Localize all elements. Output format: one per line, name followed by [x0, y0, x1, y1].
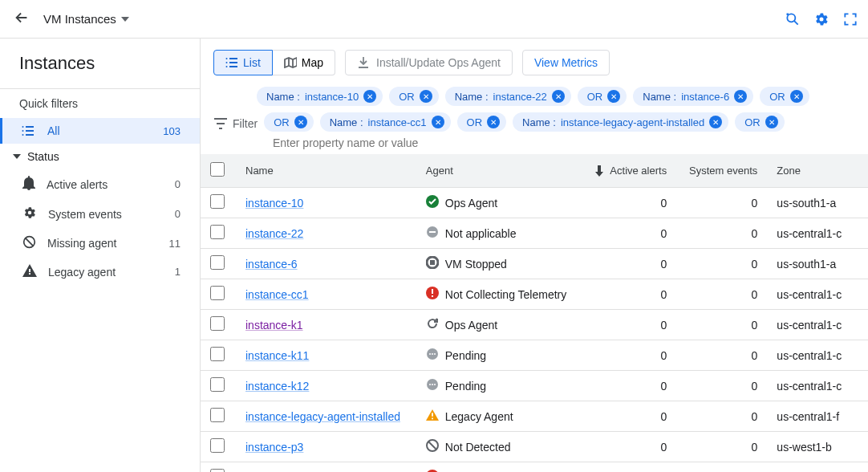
view-list-button[interactable]: List [213, 50, 273, 75]
svg-point-0 [787, 14, 795, 22]
agent-status-text: VM Stopped [445, 258, 507, 271]
select-all-checkbox[interactable] [210, 162, 225, 177]
filter-chip[interactable]: Name : instance-22✕ [445, 87, 571, 106]
row-checkbox[interactable] [210, 438, 225, 453]
active-alerts-cell: 0 [582, 310, 676, 340]
page-title-dropdown[interactable]: VM Instances [43, 12, 129, 26]
toolbar: List Map Install/Update Ops Agent View M… [201, 39, 868, 87]
filter-chip[interactable]: Name : instance-legacy-agent-installed✕ [513, 112, 728, 132]
sort-desc-icon [594, 165, 604, 177]
system-events-cell: 0 [676, 340, 767, 371]
no-entry-icon [22, 235, 36, 251]
instance-name-link[interactable]: instance-k11 [245, 349, 309, 362]
row-checkbox[interactable] [210, 225, 225, 239]
active-alerts-cell: 0 [582, 371, 676, 401]
sidebar-item-count: 0 [175, 178, 180, 190]
svg-point-21 [429, 384, 431, 385]
instance-name-link[interactable]: instance-legacy-agent-installed [245, 410, 400, 423]
row-checkbox[interactable] [210, 316, 225, 331]
table-row: instance-k1 Ops Agent 0 0 us-central1-c [201, 310, 868, 340]
agent-status-text: Pending [445, 349, 486, 362]
chevron-down-icon [13, 154, 21, 159]
view-map-button[interactable]: Map [273, 50, 335, 75]
instance-name-link[interactable]: instance-10 [245, 197, 303, 210]
map-icon [284, 57, 297, 68]
agent-status-text: Not Detected [445, 441, 511, 454]
instance-name-link[interactable]: instance-cc1 [245, 288, 309, 301]
view-metrics-button[interactable]: View Metrics [522, 50, 610, 75]
filter-chip[interactable]: OR✕ [264, 112, 314, 132]
filter-chip[interactable]: OR✕ [389, 87, 439, 106]
agent-status-icon [426, 317, 439, 332]
row-checkbox[interactable] [210, 377, 225, 392]
agent-status-text: Ops Agent [445, 197, 497, 210]
row-checkbox[interactable] [210, 194, 225, 209]
filter-chip[interactable]: OR✕ [735, 112, 785, 132]
filter-chip[interactable]: Name : instance-6✕ [633, 87, 753, 106]
remove-chip-icon[interactable]: ✕ [294, 116, 307, 128]
col-zone[interactable]: Zone [767, 154, 868, 188]
filter-chip[interactable]: OR✕ [578, 87, 627, 106]
warning-triangle-icon [22, 264, 37, 279]
system-events-cell: 0 [676, 310, 767, 340]
col-system-events[interactable]: System events [676, 154, 767, 188]
back-arrow-icon[interactable] [10, 6, 34, 32]
install-ops-agent-button[interactable]: Install/Update Ops Agent [345, 50, 513, 75]
row-checkbox[interactable] [210, 255, 225, 270]
sidebar-item-count: 1 [175, 266, 180, 278]
system-events-cell: 0 [676, 371, 767, 401]
svg-rect-14 [432, 289, 433, 294]
remove-chip-icon[interactable]: ✕ [734, 90, 747, 103]
fullscreen-icon[interactable] [842, 11, 858, 27]
svg-point-19 [434, 353, 436, 355]
remove-chip-icon[interactable]: ✕ [363, 90, 376, 103]
remove-chip-icon[interactable]: ✕ [552, 90, 565, 103]
remove-chip-icon[interactable]: ✕ [487, 116, 500, 128]
filter-icon [213, 118, 228, 129]
remove-chip-icon[interactable]: ✕ [709, 116, 722, 128]
instance-name-link[interactable]: instance-6 [245, 258, 298, 271]
remove-chip-icon[interactable]: ✕ [607, 90, 620, 103]
row-checkbox[interactable] [210, 286, 225, 300]
svg-point-17 [429, 353, 431, 355]
svg-rect-15 [432, 295, 433, 297]
download-icon [357, 56, 370, 69]
remove-chip-icon[interactable]: ✕ [432, 116, 444, 128]
zone-cell: us-central1-f [767, 401, 868, 432]
instance-name-link[interactable]: instance-22 [245, 227, 303, 240]
sidebar-item-system-events[interactable]: System events0 [0, 199, 200, 229]
sidebar-item-missing-agent[interactable]: Missing agent11 [0, 229, 200, 258]
row-checkbox[interactable] [210, 469, 225, 472]
bell-icon [22, 176, 35, 193]
instance-name-link[interactable]: instance-k12 [245, 380, 309, 393]
filter-chip[interactable]: OR✕ [760, 87, 809, 106]
active-alerts-cell: 0 [582, 401, 676, 432]
sidebar-status-label: Status [27, 150, 59, 163]
filter-chip[interactable]: OR✕ [457, 112, 507, 132]
col-active-alerts[interactable]: Active alerts [582, 154, 676, 188]
topbar: VM Instances [0, 0, 868, 39]
row-checkbox[interactable] [210, 347, 225, 361]
sidebar-item-all[interactable]: All 103 [0, 118, 200, 144]
sidebar-item-legacy-agent[interactable]: Legacy agent1 [0, 258, 200, 286]
agent-status-icon [426, 226, 439, 241]
sidebar-group-status[interactable]: Status [0, 144, 200, 169]
sidebar-item-active-alerts[interactable]: Active alerts0 [0, 169, 200, 199]
table-row: instance-cc1 Not Collecting Telemetry 0 … [201, 279, 868, 310]
col-agent[interactable]: Agent [416, 154, 582, 188]
row-checkbox[interactable] [210, 408, 225, 422]
instance-name-link[interactable]: instance-p3 [245, 441, 303, 454]
zone-cell: us-central1-c [767, 218, 868, 249]
filter-chip[interactable]: Name : instance-cc1✕ [320, 112, 451, 132]
filter-input[interactable] [213, 132, 486, 154]
col-name[interactable]: Name [236, 154, 416, 188]
instance-name-link[interactable]: instance-k1 [245, 319, 303, 332]
gear-icon[interactable] [813, 11, 829, 27]
remove-chip-icon[interactable]: ✕ [765, 116, 778, 128]
remove-chip-icon[interactable]: ✕ [790, 90, 803, 103]
remove-chip-icon[interactable]: ✕ [420, 90, 432, 103]
agent-status-icon [426, 409, 439, 424]
filter-chip[interactable]: Name : instance-10✕ [257, 87, 383, 106]
install-ops-agent-label: Install/Update Ops Agent [376, 56, 501, 69]
search-refresh-icon[interactable] [785, 11, 801, 27]
